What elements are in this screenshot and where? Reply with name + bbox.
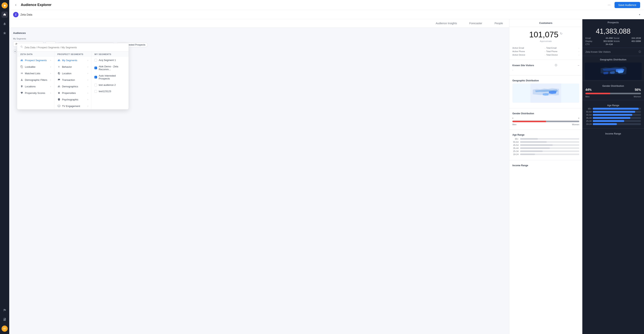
checkbox-alok[interactable]: ✓: [94, 67, 97, 69]
dropdown-segment-test2[interactable]: test audience 2: [91, 82, 128, 88]
sidebar-icon-bell[interactable]: [2, 21, 8, 27]
lookalike-label: Lookalike: [25, 65, 36, 68]
dropdown-item-location[interactable]: Location ›: [54, 70, 91, 77]
metrics-left: Active Email- Active Phone- Active Devic…: [512, 46, 546, 57]
right-age-label: 35-44: [586, 117, 592, 119]
checkbox-auto[interactable]: ✓: [94, 76, 97, 78]
age-bar-fill: [520, 147, 550, 149]
right-age-bar-row: 45-54: [586, 114, 641, 116]
dropdown-item-locations[interactable]: Locations ›: [17, 83, 54, 90]
sidebar-icon-spark[interactable]: [2, 30, 8, 36]
tv-engagement-label: TV Engagement: [62, 105, 80, 108]
sidebar-icon-book[interactable]: [2, 316, 8, 323]
right-age-bar-row: 65+: [586, 108, 641, 110]
user-avatar[interactable]: 47: [2, 326, 8, 332]
dropdown-segment-test123[interactable]: test123123: [91, 88, 128, 94]
right-age-bar-track: [593, 117, 641, 119]
right-age-bar-row: 35-44: [586, 117, 641, 119]
dropdown-item-transaction[interactable]: Transaction ›: [54, 77, 91, 83]
back-button[interactable]: [13, 2, 18, 8]
diamond-icon: [20, 91, 23, 94]
locations-label: Locations: [25, 85, 36, 88]
checkbox-test123[interactable]: [94, 90, 97, 93]
ctv-metric-label: CTV: [586, 43, 590, 45]
list-icon: [20, 72, 23, 75]
age-bar-row: 35-44: [512, 147, 579, 149]
prospects-age-title: Age Range: [586, 103, 641, 108]
dropdown-item-behavior[interactable]: Behavior ›: [54, 63, 91, 70]
sidebar-icon-home[interactable]: [2, 11, 8, 18]
dropdown-segment-acq[interactable]: Acq Segment 1: [91, 57, 128, 63]
dropdown-item-prospect-segments[interactable]: Prospect Segments ›: [17, 57, 54, 63]
total-email-value: -: [578, 47, 579, 49]
prospects-age-bars: 65+ 55-64 45-54 35-44 25-34 18-24: [586, 108, 641, 125]
metrics-right: Total Email- Total Phone- Total Device-: [546, 46, 580, 57]
checkbox-acq[interactable]: [94, 59, 97, 62]
age-label: 65+: [512, 138, 518, 140]
dropdown-item-demographic-filters[interactable]: Demographic Filters ›: [17, 77, 54, 83]
dropdown-item-propensity-scores[interactable]: Propensity Scores ›: [17, 90, 54, 96]
right-age-label: 45-54: [586, 114, 592, 116]
known-site-visitors-title: Known Site Visitors ⓘ −: [512, 64, 579, 67]
dropdown-item-psychographic[interactable]: Psychographic ›: [54, 96, 91, 103]
active-device-label: Active Device: [512, 54, 525, 56]
tab-forecaster[interactable]: Forecaster: [463, 19, 488, 27]
display-metric-value: 383-502M: [603, 40, 613, 42]
top-bar: Audience Explorer ··· Save Audience: [9, 0, 644, 10]
geographic-distribution-title: Geographic Distribution: [512, 79, 579, 82]
dropdown-segment-auto[interactable]: ✓ Auto Interested Prospects: [91, 73, 128, 82]
customers-panel-header: Customers: [509, 19, 582, 27]
receipt-icon: [58, 78, 60, 81]
zeta-known-site-visitors-info-icon[interactable]: ⓘ: [638, 50, 641, 53]
age-bar-row: 45-54: [512, 144, 579, 146]
prospects-male-pct: 44%: [586, 88, 592, 92]
customers-refresh-icon[interactable]: ↻: [560, 32, 562, 35]
prospect-segments-header: Prospect Segments: [54, 52, 91, 57]
demographics-label: Demographics: [62, 85, 78, 88]
gender-male-label: Men: [512, 123, 516, 126]
age-label: 18-24: [512, 153, 518, 156]
prospects-income-section: Income Range: [582, 129, 644, 137]
right-age-bar-fill: [593, 123, 617, 125]
dropdown-item-propensities[interactable]: Propensities ›: [54, 90, 91, 96]
dropdown-item-tv-engagement[interactable]: TV Engagement ›: [54, 103, 91, 109]
right-age-bar-track: [593, 123, 641, 125]
total-email-label: Total Email: [546, 47, 557, 49]
tab-people[interactable]: People: [488, 19, 509, 27]
income-range-title: Income Range: [512, 164, 579, 167]
save-audience-button[interactable]: Save Audience: [614, 2, 640, 8]
dropdown-item-my-segments[interactable]: My Segments ›: [54, 57, 91, 63]
propensity-scores-label: Propensity Scores: [25, 92, 45, 94]
dropdown-segment-alok[interactable]: ✓ Alok Demo - Zeta Recomm...: [91, 63, 128, 73]
add-condition-button[interactable]: +: [13, 49, 17, 53]
datasource-name: Zeta Data: [20, 13, 639, 16]
known-site-visitors-collapse[interactable]: −: [578, 64, 579, 67]
shield-icon: [58, 98, 60, 101]
app-logo: ◆: [2, 2, 8, 8]
social-metric-value: 164-181M: [631, 37, 641, 39]
prospects-geo-title: Geographic Distribution: [582, 57, 644, 62]
segment-search-input[interactable]: [24, 46, 126, 49]
datasource-badge: Z: [13, 12, 18, 17]
zeta-known-site-visitors-row: Zeta Known Site Visitors ⓘ: [582, 49, 644, 55]
more-button[interactable]: ···: [606, 2, 612, 8]
geographic-distribution-section: Geographic Distribution: [509, 77, 582, 107]
dropdown-item-matched-lists[interactable]: Matched Lists ›: [17, 70, 54, 77]
prospects-panel-header: Prospects: [582, 19, 644, 25]
transaction-label: Transaction: [62, 78, 75, 81]
age-bar-row: 55-64: [512, 141, 579, 143]
globe-icon: [58, 72, 60, 75]
datasource-chevron[interactable]: ▾: [639, 13, 640, 16]
known-site-visitors-info[interactable]: ⓘ: [555, 64, 557, 67]
dropdown-item-lookalike[interactable]: Lookalike ›: [17, 63, 54, 70]
prospects-big-number: 41,383,088: [582, 25, 644, 36]
demographic-filters-label: Demographic Filters: [25, 78, 47, 81]
dropdown-item-demographics[interactable]: Demographics ›: [54, 83, 91, 90]
sidebar-icon-flag[interactable]: [2, 307, 8, 313]
checkbox-test2[interactable]: [94, 84, 97, 86]
matched-lists-label: Matched Lists: [25, 72, 40, 75]
mobile-metric-label: Mobile: [614, 40, 620, 42]
prospects-male-label: Men: [586, 95, 590, 98]
tab-audience-insights[interactable]: Audience Insights: [430, 19, 463, 27]
age-bar-track: [520, 147, 579, 149]
